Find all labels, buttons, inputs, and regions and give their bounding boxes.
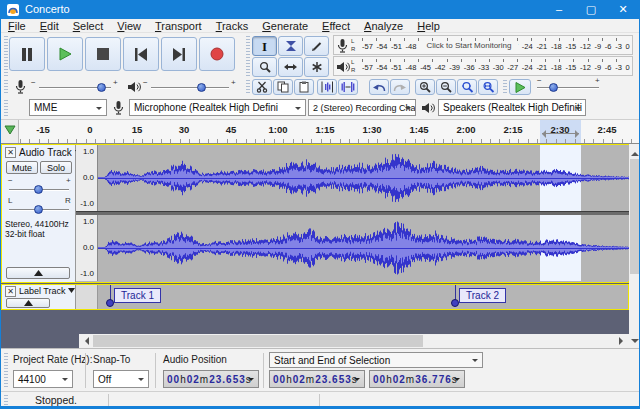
trim-audio-button[interactable] [317,79,337,95]
redo-button[interactable] [390,79,410,95]
title-bar[interactable]: Concerto – ▢ ✕ [1,1,639,19]
playback-device-select[interactable]: Speakers (Realtek High Definiti [438,99,586,116]
label-text[interactable]: Track 2 [459,288,506,303]
menu-select[interactable]: Select [66,20,111,32]
play-icon [58,47,72,61]
pinned-play-head-button[interactable] [1,120,19,143]
collapse-track-button[interactable] [6,267,70,279]
device-toolbar-gripper[interactable] [4,100,8,116]
track-area[interactable]: ✕ Audio Track Mute Solo − + L R Stereo, … [1,144,639,348]
silence-audio-button[interactable] [338,79,358,95]
selection-right-arrow-icon[interactable] [575,130,583,138]
close-track-button[interactable]: ✕ [5,147,16,158]
skip-to-end-button[interactable] [161,37,197,71]
play-speed-thumb[interactable] [549,83,558,92]
audio-host-select[interactable]: MME [29,99,107,116]
selection-toolbar-gripper[interactable] [4,353,8,388]
waveform-channel-right[interactable] [98,215,629,281]
menu-generate[interactable]: Generate [255,20,315,32]
chevron-down-icon [138,378,144,384]
project-rate-select[interactable]: 44100 [13,370,73,388]
menu-transport[interactable]: Transport [148,20,209,32]
gain-slider-thumb[interactable] [34,185,43,194]
recording-channels-select[interactable]: 2 (Stereo) Recording Channels [308,99,416,116]
label-flags-area[interactable]: Track 1Track 2 [2,285,630,309]
zoom-in-icon [419,81,431,93]
skip-to-start-button[interactable] [123,37,159,71]
zoom-selection-button[interactable] [457,79,477,95]
zoom-out-button[interactable] [436,79,456,95]
audio-track[interactable]: ✕ Audio Track Mute Solo − + L R Stereo, … [1,144,629,283]
tools-toolbar-gripper[interactable] [246,36,250,76]
playback-volume-thumb[interactable] [197,83,206,92]
minimize-button[interactable]: – [543,1,575,19]
label-handle[interactable] [106,299,114,307]
menu-file[interactable]: File [1,20,33,32]
recording-volume-thumb[interactable] [97,83,106,92]
mixer-toolbar-gripper[interactable] [4,80,8,94]
vertical-scrollbar-thumb[interactable] [630,159,640,274]
paste-button[interactable] [294,79,314,95]
snap-to-select[interactable]: Off [93,370,149,388]
menu-effect[interactable]: Effect [315,20,357,32]
copy-button[interactable] [273,79,293,95]
multi-tool-button[interactable] [304,57,329,77]
selection-tool-button[interactable]: I [252,36,277,56]
play-at-speed-button[interactable] [509,79,531,95]
zoom-tool-button[interactable] [252,57,277,77]
zoom-fit-button[interactable] [478,79,498,95]
pan-slider-thumb[interactable] [34,205,43,214]
horizontal-scrollbar[interactable] [79,334,629,348]
playspeed-toolbar-gripper[interactable] [503,80,507,94]
timeline-ruler[interactable]: -1501530451:001:151:301:452:002:152:302:… [1,119,639,144]
project-rate-label: Project Rate (Hz): [13,354,92,365]
label-track[interactable]: ✕ Label Track Track 1Track 2 [1,284,629,310]
scroll-down-arrow-icon[interactable] [631,339,639,347]
menu-analyze[interactable]: Analyze [357,20,410,32]
undo-button[interactable] [369,79,389,95]
scroll-left-arrow-icon[interactable] [81,337,89,345]
menu-tracks[interactable]: Tracks [209,20,256,32]
selection-start-field[interactable]: 00h02m23.653s [269,370,365,388]
timeline-label: 15 [132,124,143,135]
scroll-up-arrow-icon[interactable] [631,148,639,156]
play-button[interactable] [47,37,83,71]
track-title-menu[interactable]: Audio Track [19,147,82,158]
play-speed-slider[interactable] [537,87,599,89]
silence-icon [341,81,355,93]
menu-edit[interactable]: Edit [33,20,66,32]
selection-end-field[interactable]: 00h02m36.776s [369,370,465,388]
playback-meter[interactable]: L R -57-54-51-48-45-42-39-36-33-30-27-24… [333,56,633,76]
stop-button[interactable] [85,37,121,71]
recording-meter[interactable]: L R -57-54-51-48-45-42-39-36-33-30-27-24… [333,35,633,55]
selection-mode-select[interactable]: Start and End of Selection [269,352,483,368]
menu-view[interactable]: View [110,20,148,32]
waveform-channel-left[interactable] [98,145,629,211]
edit-toolbar-gripper[interactable] [246,80,250,94]
record-button[interactable] [199,37,235,71]
close-button[interactable]: ✕ [607,1,639,19]
vertical-scrollbar[interactable] [629,144,640,348]
playback-volume-slider[interactable] [151,87,229,89]
time-shift-tool-button[interactable] [278,57,303,77]
scroll-right-arrow-icon[interactable] [619,337,627,345]
double-arrow-icon [284,61,297,73]
selection-left-arrow-icon[interactable] [538,130,546,138]
maximize-button[interactable]: ▢ [575,1,607,19]
zoom-in-button[interactable] [415,79,435,95]
mute-button[interactable]: Mute [6,161,38,174]
monitoring-hint[interactable]: Click to Start Monitoring [420,41,518,50]
label-text[interactable]: Track 1 [114,288,161,303]
recording-device-select[interactable]: Microphone (Realtek High Defini [129,99,306,116]
envelope-tool-button[interactable] [278,36,303,56]
meter-scale-label: -33 [478,63,489,72]
draw-tool-button[interactable] [304,36,329,56]
solo-button[interactable]: Solo [40,161,72,174]
label-handle[interactable] [451,299,459,307]
cut-button[interactable] [252,79,272,95]
menu-help[interactable]: Help [410,20,447,32]
horizontal-scrollbar-thumb[interactable] [93,335,423,347]
audio-position-field[interactable]: 00h02m23.653s [163,370,259,388]
transport-toolbar-gripper[interactable] [4,36,8,76]
pause-button[interactable] [9,37,45,71]
